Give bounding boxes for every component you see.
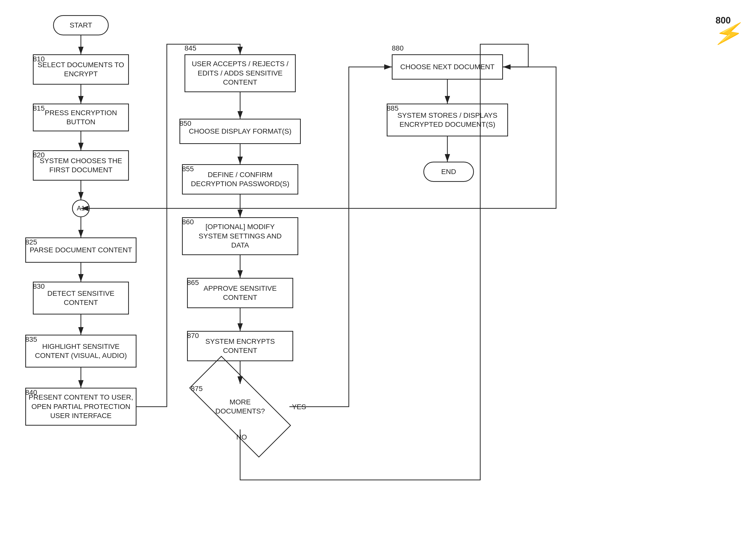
- node-810: SELECT DOCUMENTS TOENCRYPT: [33, 54, 129, 85]
- node-840: PRESENT CONTENT TO USER,OPEN PARTIAL PRO…: [25, 388, 136, 426]
- connector-a1: A1: [72, 200, 90, 217]
- yes-label: YES: [292, 403, 306, 411]
- node-830: DETECT SENSITIVECONTENT: [33, 282, 129, 315]
- node-885: SYSTEM STORES / DISPLAYSENCRYPTED DOCUME…: [387, 104, 508, 136]
- ref-880: 880: [392, 44, 404, 52]
- flowchart-diagram: 800 ⚡ START 810 SELECT DOCUMENTS TOENCRY…: [0, 0, 756, 560]
- node-855: DEFINE / CONFIRMDECRYPTION PASSWORD(S): [182, 164, 298, 195]
- node-845: USER ACCEPTS / REJECTS /EDITS / ADDS SEN…: [185, 54, 296, 92]
- end-terminal: END: [423, 162, 474, 182]
- node-880: CHOOSE NEXT DOCUMENT: [392, 54, 503, 80]
- node-865: APPROVE SENSITIVECONTENT: [187, 278, 293, 308]
- node-820: SYSTEM CHOOSES THEFIRST DOCUMENT: [33, 150, 129, 181]
- node-815: PRESS ENCRYPTIONBUTTON: [33, 104, 129, 131]
- node-825: PARSE DOCUMENT CONTENT: [25, 237, 136, 263]
- ref-845: 845: [185, 44, 196, 52]
- node-875-decision: MOREDOCUMENTS?: [191, 384, 289, 429]
- node-860: [OPTIONAL] MODIFYSYSTEM SETTINGS ANDDATA: [182, 217, 298, 255]
- node-850: CHOOSE DISPLAY FORMAT(S): [179, 119, 301, 144]
- node-870: SYSTEM ENCRYPTSCONTENT: [187, 331, 293, 361]
- no-label: NO: [236, 433, 247, 441]
- node-835: HIGHLIGHT SENSITIVECONTENT (VISUAL, AUDI…: [25, 335, 136, 367]
- start-terminal: START: [53, 15, 109, 35]
